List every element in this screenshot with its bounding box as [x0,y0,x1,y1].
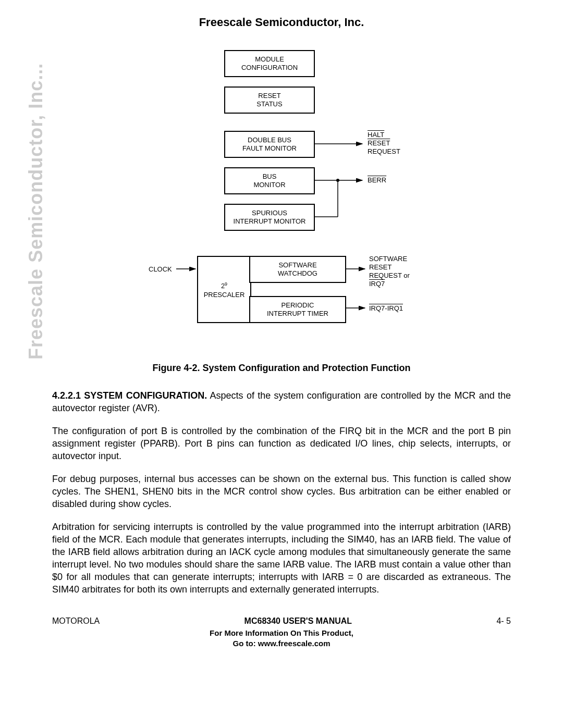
box-text: STATUS [256,100,282,108]
box-software-watchdog: SOFTWARE WATCHDOG [249,256,346,283]
paragraph-4: Arbitration for servicing interrupts is … [52,521,511,596]
box-text: PRESCALER [204,291,245,299]
label-line: RESET [369,263,391,271]
box-text: RESET [258,92,280,100]
block-diagram: MODULE CONFIGURATION RESET STATUS DOUBLE… [89,50,474,342]
label-request: REQUEST [368,147,400,155]
box-text: INTERRUPT TIMER [267,310,328,318]
label-halt-reset-request: HALT RESET REQUEST [368,131,400,156]
box-text: BUS [263,172,277,181]
box-prescaler: 29 PRESCALER [197,256,251,323]
label-line: SOFTWARE [369,255,407,263]
footer-left: MOTOROLA [52,616,100,626]
box-spurious-interrupt-monitor: SPURIOUS INTERRUPT MONITOR [224,204,315,231]
paragraph-2: The configuration of port B is controlle… [52,425,511,462]
box-module-configuration: MODULE CONFIGURATION [224,50,315,77]
box-reset-status: RESET STATUS [224,87,315,114]
box-text: DOUBLE BUS [248,136,291,144]
box-periodic-interrupt-timer: PERIODIC INTERRUPT TIMER [249,296,346,323]
page: Freescale Semiconductor, Inc... Freescal… [0,0,563,664]
label-irq-range: IRQ7-IRQ1 [369,304,403,313]
box-text: WATCHDOG [278,269,317,278]
paragraph-1: 4.2.2.1 SYSTEM CONFIGURATION. Aspects of… [52,389,511,414]
label-line: IRQ7 [369,280,385,288]
label-clock: CLOCK [149,265,172,274]
footer-center: MC68340 USER'S MANUAL [244,616,352,626]
footer-info: For More Information On This Product, Go… [52,628,511,649]
section-heading: 4.2.2.1 SYSTEM CONFIGURATION. [52,390,207,401]
figure-caption: Figure 4-2. System Configuration and Pro… [52,363,511,374]
label-reset: RESET [368,139,390,147]
footer-right: 4- 5 [496,616,511,626]
label-berr-text: BERR [368,176,386,184]
box-text: CONFIGURATION [241,64,298,72]
footer-info-line2: Go to: www.freescale.com [233,639,331,648]
box-double-bus-fault-monitor: DOUBLE BUS FAULT MONITOR [224,131,315,158]
box-text: FAULT MONITOR [242,144,297,153]
footer-info-line1: For More Information On This Product, [210,628,353,637]
label-software-reset-request: SOFTWARE RESET REQUEST or IRQ7 [369,255,410,288]
box-text: MODULE [255,55,284,64]
box-bus-monitor: BUS MONITOR [224,167,315,194]
watermark-text: Freescale Semiconductor, Inc... [25,63,47,360]
box-text: SPURIOUS [252,209,287,217]
label-irq-range-text: IRQ7-IRQ1 [369,304,403,312]
label-halt: HALT [368,131,384,139]
svg-point-4 [336,179,339,182]
prescaler-exp: 9 [225,281,227,287]
footer-row: MOTOROLA MC68340 USER'S MANUAL 4- 5 [52,616,511,626]
page-header-title: Freescale Semiconductor, Inc. [52,16,511,29]
box-text: 29 [221,280,227,290]
label-irq7: IRQ7 [369,280,385,288]
box-text: INTERRUPT MONITOR [234,217,306,226]
box-text: PERIODIC [282,301,314,310]
box-text: MONITOR [253,181,285,189]
paragraph-3: For debug purposes, internal bus accesse… [52,473,511,510]
label-line: REQUEST or [369,272,410,279]
label-berr: BERR [368,176,386,184]
box-text: SOFTWARE [278,261,316,269]
